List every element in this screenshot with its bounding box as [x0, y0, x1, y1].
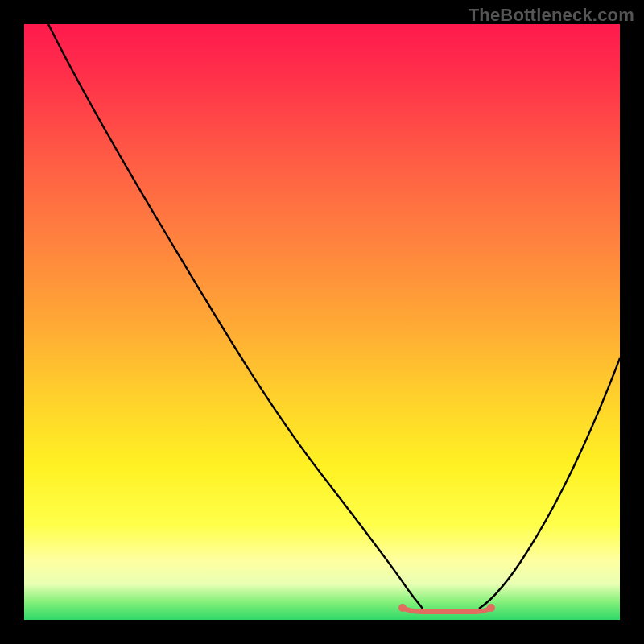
- highlight-left-dot: [398, 604, 407, 612]
- chart-frame: TheBottleneck.com: [0, 0, 644, 644]
- curve-layer: [24, 24, 620, 620]
- highlight-right-dot: [487, 604, 495, 612]
- left-descending-curve: [48, 24, 423, 609]
- plot-area: [24, 24, 620, 620]
- highlight-flat-segment: [402, 608, 491, 612]
- right-ascending-curve: [479, 358, 620, 609]
- attribution-label: TheBottleneck.com: [469, 5, 634, 26]
